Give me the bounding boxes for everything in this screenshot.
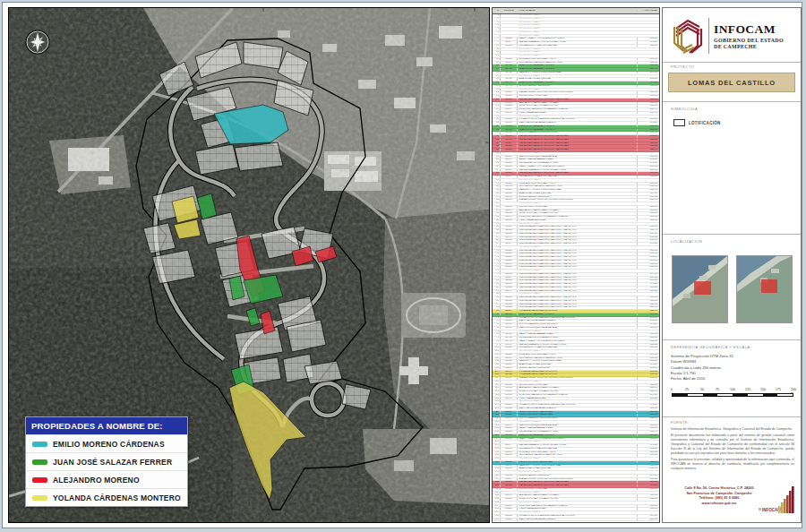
cell-sup: 375.20 bbox=[637, 444, 659, 447]
cell-cta: 42527 bbox=[501, 277, 518, 279]
cell-n: 125 bbox=[493, 431, 501, 433]
cell-nom: JOSÉ ANTONIO MICHALE PINTO bbox=[518, 183, 637, 185]
cell-sup: 637.20 bbox=[637, 434, 659, 437]
cell-n: 87 bbox=[493, 304, 501, 306]
cell-sup: 518.30 bbox=[637, 253, 659, 255]
cell-cta: 42956 bbox=[501, 387, 518, 390]
cell-n: 72 bbox=[493, 253, 501, 255]
cell-sup: 245.60 bbox=[637, 411, 659, 414]
cell-n: 66 bbox=[493, 233, 501, 236]
cell-n: 63 bbox=[493, 223, 501, 226]
cell-n: 117 bbox=[493, 404, 501, 407]
cell-cta: 43294 bbox=[501, 475, 518, 477]
cell-sup: 300.00 bbox=[637, 139, 659, 142]
owners-legend: PROPIEDADES A NOMBRE DE: EMILIO MORENO C… bbox=[25, 416, 188, 507]
col-sup: PROP/REAL bbox=[637, 10, 659, 13]
address-line-1: Calle 8 No. 56, Centro Histórico, C.P. 2… bbox=[671, 486, 767, 492]
cell-nom: INMOBILIARIA LOMAS DEL CASTILLO, S.A. DE… bbox=[518, 253, 637, 255]
localization-map-1 bbox=[672, 255, 728, 323]
cell-n: 94 bbox=[493, 327, 501, 330]
col-propietario: PROPIETARIO bbox=[518, 10, 637, 13]
cell-sup: 200.50 bbox=[637, 468, 659, 470]
cell-sup: 637.20 bbox=[637, 273, 659, 276]
cell-n: 111 bbox=[493, 384, 501, 387]
cell-n: 135 bbox=[493, 465, 501, 468]
cell-n: 19 bbox=[493, 75, 501, 78]
cell-cta: 41721 bbox=[501, 68, 518, 71]
cell-sup: 450.00 bbox=[637, 296, 659, 299]
cell-sup: 518.30 bbox=[637, 454, 659, 457]
cell-sup: 637.20 bbox=[637, 313, 659, 316]
cell-n: 84 bbox=[493, 293, 501, 296]
cell-n: 137 bbox=[493, 471, 501, 474]
cell-nom: INMOBILIARIA LOMAS DEL CASTILLO, S.A. DE… bbox=[518, 233, 637, 236]
cell-cta: 43138 bbox=[501, 434, 518, 437]
col-num: L bbox=[493, 10, 501, 13]
cell-nom: JUAN JOSÉ SALAZAR FERRER bbox=[518, 129, 637, 132]
cell-nom: DIANA CONCEPCIÓN GUTIÉRREZ RODRÍGUEZ bbox=[518, 377, 637, 380]
cell-n: 140 bbox=[493, 481, 501, 484]
cell-cta: 42579 bbox=[501, 290, 518, 293]
cell-nom: GLORIA DEL CARMEN CANCHE PECH bbox=[518, 357, 637, 360]
scale-bar-segment bbox=[748, 394, 763, 396]
cell-nom: JOSÉ ANTONIO MICHALE PINTO bbox=[518, 451, 637, 454]
cell-n: 132 bbox=[493, 454, 501, 457]
cell-sup: 300.00 bbox=[637, 99, 659, 101]
cell-sup: 200.50 bbox=[637, 185, 659, 188]
cell-n: 33 bbox=[493, 122, 501, 124]
cell-n: 51 bbox=[493, 183, 501, 185]
cell-n: 99 bbox=[493, 344, 501, 347]
cell-sup: 200.50 bbox=[637, 105, 659, 107]
cell-cta: 41708 bbox=[501, 64, 518, 67]
cell-cta: 42657 bbox=[501, 310, 518, 313]
cell-cta: 41864 bbox=[501, 105, 518, 107]
scale-tick-label: 25 bbox=[685, 388, 689, 391]
cell-nom: LUIS ALBERTO CANTÚN GARCÍA bbox=[518, 448, 637, 450]
cell-nom: NO IDENTIFICADO bbox=[518, 511, 637, 514]
cell-cta: 42605 bbox=[501, 296, 518, 299]
compass-icon bbox=[26, 30, 49, 54]
cell-n: 118 bbox=[493, 408, 501, 410]
cell-nom: ANA LUISA TERÁN QUINTAL bbox=[518, 364, 637, 366]
cell-n: 128 bbox=[493, 441, 501, 443]
cell-cta: 43268 bbox=[501, 468, 518, 470]
cell-nom: NO IDENTIFICADO bbox=[518, 24, 637, 27]
cell-nom: RAFAEL ALEJANDRO MORENO CÁRDENAS bbox=[518, 99, 637, 101]
cell-sup: 512.75 bbox=[637, 189, 659, 192]
cell-n: 127 bbox=[493, 438, 501, 441]
cell-n: 96 bbox=[493, 333, 501, 336]
cell-n: 150 bbox=[493, 515, 501, 518]
cell-n: 25 bbox=[493, 95, 501, 98]
scale-bar-segment bbox=[703, 394, 718, 396]
cell-nom: NO IDENTIFICADO bbox=[518, 89, 637, 91]
cell-n: 59 bbox=[493, 210, 501, 212]
cell-sup: 360.00 bbox=[637, 465, 659, 468]
cell-n: 147 bbox=[493, 505, 501, 508]
cell-n: 83 bbox=[493, 290, 501, 293]
cell-cta: 42553 bbox=[501, 283, 518, 286]
map-sheet: PROPIEDADES A NOMBRE DE: EMILIO MORENO C… bbox=[2, 2, 802, 528]
cell-sup: 637.20 bbox=[637, 112, 659, 115]
cell-nom: EMILIO MORENO CÁRDENAS bbox=[518, 414, 637, 416]
cell-n: 115 bbox=[493, 398, 501, 400]
cell-n: 120 bbox=[493, 414, 501, 416]
cell-nom: DIANA CONCEPCIÓN GUTIÉRREZ RODRÍGUEZ bbox=[518, 199, 637, 202]
cell-nom: NO IDENTIFICADO bbox=[518, 502, 637, 504]
cell-nom: RAÚL Y JUAN F. ORTIZ AGUIRRE RUBIO bbox=[518, 438, 637, 441]
cell-n: 68 bbox=[493, 239, 501, 242]
cell-n: 93 bbox=[493, 323, 501, 326]
cell-n: 57 bbox=[493, 202, 501, 205]
cell-cta: 43424 bbox=[501, 508, 518, 511]
cell-cta: 41786 bbox=[501, 85, 518, 88]
cell-cta: 42748 bbox=[501, 333, 518, 336]
cell-sup: 450.00 bbox=[637, 481, 659, 484]
cell-n: 124 bbox=[493, 427, 501, 430]
cell-n: 17 bbox=[493, 68, 501, 71]
cell-sup: 518.30 bbox=[637, 494, 659, 497]
cell-nom: ABELARDO MALDONADO ROSADO bbox=[518, 102, 637, 105]
cell-n: 142 bbox=[493, 488, 501, 491]
cell-n: 11 bbox=[493, 48, 501, 51]
cell-nom: LANDY MARÍA CAAMAL EUAN bbox=[518, 427, 637, 430]
cell-sup: 450.00 bbox=[637, 216, 659, 219]
cell-n: 45 bbox=[493, 162, 501, 165]
